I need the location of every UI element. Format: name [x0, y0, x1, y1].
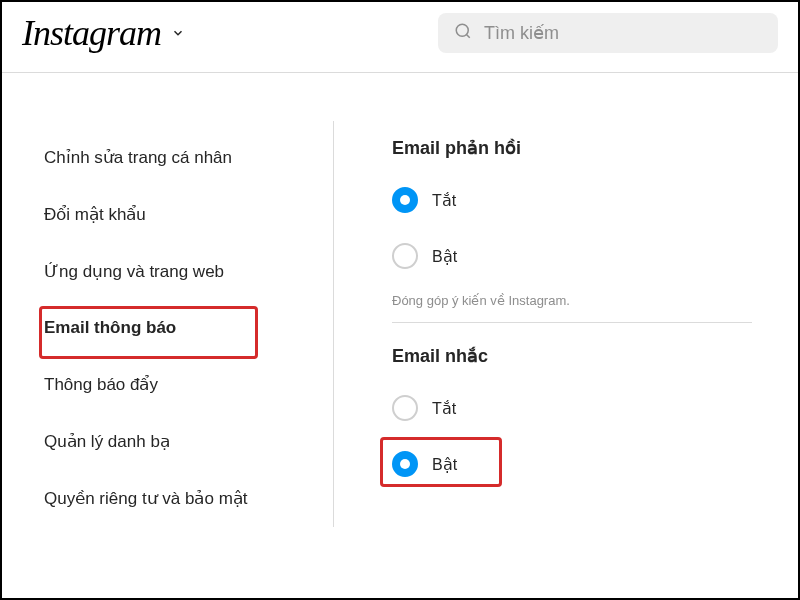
search-input[interactable] [484, 23, 762, 44]
main-panel: Email phản hồi Tắt Bật Đóng góp ý kiến v… [334, 121, 786, 527]
radio-label: Tắt [432, 191, 456, 210]
feedback-email-section: Email phản hồi Tắt Bật Đóng góp ý kiến v… [392, 137, 786, 323]
sidebar-item-push-notifications[interactable]: Thông báo đẩy [14, 356, 333, 413]
settings-sidebar: Chỉnh sửa trang cá nhân Đổi mật khẩu Ứng… [14, 121, 334, 527]
radio-label: Bật [432, 247, 457, 266]
sidebar-item-apps-websites[interactable]: Ứng dụng và trang web [14, 243, 333, 300]
sidebar-item-label: Email thông báo [44, 318, 176, 337]
sidebar-item-label: Đổi mật khẩu [44, 205, 146, 224]
reminder-email-section: Email nhắc Tắt Bật [392, 345, 786, 501]
sidebar-item-manage-contacts[interactable]: Quản lý danh bạ [14, 413, 333, 470]
svg-line-1 [466, 34, 469, 37]
header: Instagram [2, 2, 798, 73]
sidebar-item-email-notifications[interactable]: Email thông báo [14, 300, 333, 356]
section-title: Email nhắc [392, 345, 786, 367]
section-title: Email phản hồi [392, 137, 786, 159]
content-area: Chỉnh sửa trang cá nhân Đổi mật khẩu Ứng… [2, 73, 798, 527]
radio-button[interactable] [392, 395, 418, 421]
radio-option-on[interactable]: Bật [392, 445, 786, 501]
search-icon [454, 22, 472, 44]
search-box[interactable] [438, 13, 778, 53]
chevron-down-icon[interactable] [171, 26, 185, 40]
radio-option-on[interactable]: Bật [392, 237, 786, 293]
sidebar-item-label: Quyền riêng tư và bảo mật [44, 489, 248, 508]
section-description: Đóng góp ý kiến về Instagram. [392, 293, 752, 323]
sidebar-item-label: Thông báo đẩy [44, 375, 158, 394]
radio-button[interactable] [392, 451, 418, 477]
sidebar-item-label: Chỉnh sửa trang cá nhân [44, 148, 232, 167]
radio-button[interactable] [392, 243, 418, 269]
radio-label: Bật [432, 455, 457, 474]
svg-point-0 [456, 24, 468, 36]
radio-option-off[interactable]: Tắt [392, 389, 786, 445]
sidebar-item-change-password[interactable]: Đổi mật khẩu [14, 186, 333, 243]
radio-label: Tắt [432, 399, 456, 418]
radio-option-off[interactable]: Tắt [392, 181, 786, 237]
instagram-logo[interactable]: Instagram [22, 12, 161, 54]
sidebar-item-edit-profile[interactable]: Chỉnh sửa trang cá nhân [14, 129, 333, 186]
sidebar-item-label: Ứng dụng và trang web [44, 262, 224, 281]
sidebar-item-privacy-security[interactable]: Quyền riêng tư và bảo mật [14, 470, 333, 527]
sidebar-item-label: Quản lý danh bạ [44, 432, 170, 451]
radio-button[interactable] [392, 187, 418, 213]
